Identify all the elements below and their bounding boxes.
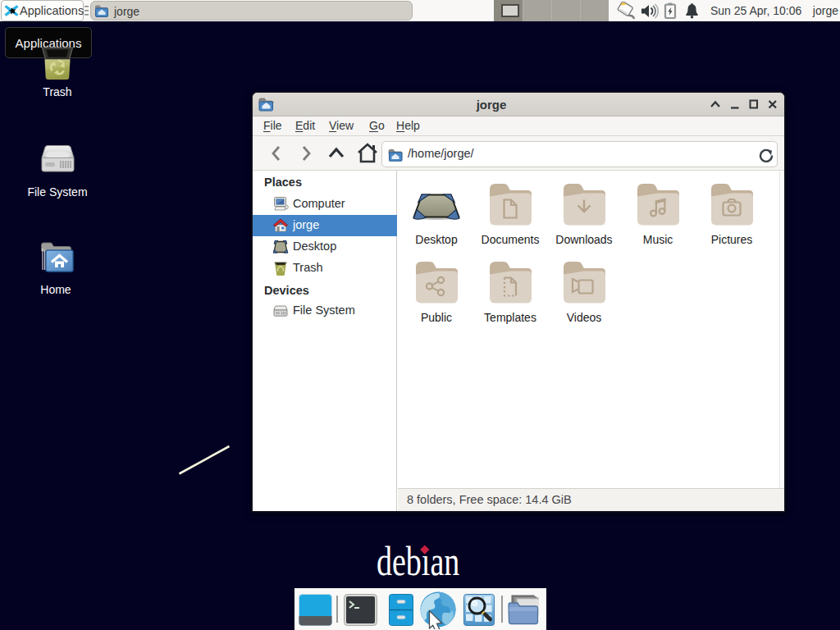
svg-text:debıan: debıan	[377, 541, 459, 578]
